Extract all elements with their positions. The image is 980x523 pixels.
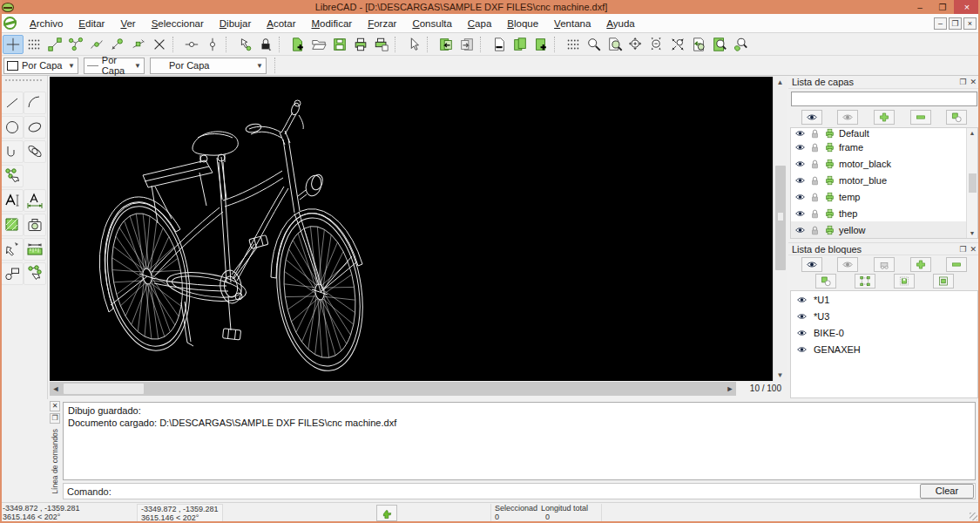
duplicate-drawing-button[interactable] bbox=[510, 35, 531, 54]
show-all-blocks-button[interactable] bbox=[801, 257, 822, 272]
print-icon[interactable] bbox=[824, 175, 835, 186]
print-icon[interactable] bbox=[824, 128, 835, 139]
canvas-horizontal-scrollbar[interactable]: ◄ ► 10 / 100 bbox=[50, 382, 787, 396]
drawing-canvas[interactable] bbox=[50, 77, 773, 381]
open-file-button[interactable] bbox=[308, 35, 329, 54]
canvas-vertical-scrollbar[interactable]: ▲ ▼ bbox=[773, 77, 787, 381]
linetype-combobox[interactable]: Por Capa ▼ bbox=[150, 58, 267, 74]
layer-row-selected[interactable]: yellow bbox=[791, 221, 977, 238]
layer-row[interactable]: Default bbox=[791, 128, 977, 139]
zoom-in-button[interactable] bbox=[625, 35, 646, 54]
mdi-close-button[interactable]: × bbox=[963, 17, 977, 30]
mdi-minimize-button[interactable]: – bbox=[934, 17, 947, 30]
snap-center-button[interactable] bbox=[86, 35, 107, 54]
ellipse-tool-button[interactable] bbox=[24, 116, 46, 139]
menu-modificar[interactable]: Modificar bbox=[303, 16, 360, 31]
block-tool-button[interactable] bbox=[1, 262, 24, 285]
insert-block-button[interactable] bbox=[933, 274, 954, 289]
zoom-page-button[interactable] bbox=[709, 35, 730, 54]
remove-block-button[interactable] bbox=[946, 257, 967, 272]
eye-icon[interactable] bbox=[794, 192, 806, 202]
lock-icon[interactable] bbox=[809, 142, 821, 153]
modify-tool-button[interactable] bbox=[1, 238, 24, 261]
close-button[interactable]: × bbox=[954, 0, 980, 14]
zoom-out-button[interactable] bbox=[646, 35, 667, 54]
print-button[interactable] bbox=[350, 35, 371, 54]
float-dock-icon[interactable]: ❐ bbox=[50, 413, 60, 424]
scroll-thumb[interactable] bbox=[969, 173, 977, 193]
block-row[interactable]: *U1 bbox=[791, 291, 977, 308]
toggle-grid-button[interactable] bbox=[563, 35, 584, 54]
polyline-tool-button[interactable] bbox=[1, 165, 24, 187]
new-file-button[interactable] bbox=[287, 35, 308, 54]
block-row[interactable]: BIKE-0 bbox=[791, 324, 977, 341]
save-block-button[interactable] bbox=[894, 274, 915, 289]
restrict-horizontal-button[interactable] bbox=[181, 35, 202, 54]
select-block-frame-button[interactable] bbox=[855, 274, 875, 289]
layer-row[interactable]: frame bbox=[791, 139, 977, 155]
lock-icon[interactable] bbox=[809, 192, 821, 202]
snap-endpoint-button[interactable] bbox=[44, 35, 65, 54]
create-block-button[interactable] bbox=[874, 257, 895, 272]
command-input[interactable] bbox=[117, 485, 920, 498]
print-icon[interactable] bbox=[824, 159, 835, 169]
eye-icon[interactable] bbox=[794, 142, 806, 153]
lock-icon[interactable] bbox=[809, 128, 821, 139]
rename-block-button[interactable] bbox=[815, 274, 836, 289]
scroll-right-icon[interactable]: ► bbox=[724, 384, 736, 393]
snap-free-button[interactable] bbox=[3, 35, 24, 54]
menu-capa[interactable]: Capa bbox=[460, 16, 500, 31]
block-row[interactable]: *U3 bbox=[791, 308, 977, 324]
zoom-button[interactable] bbox=[584, 35, 605, 54]
zoom-pan-button[interactable] bbox=[730, 35, 751, 54]
remove-layer-button[interactable] bbox=[910, 110, 931, 125]
circle-tool-button[interactable] bbox=[1, 116, 24, 139]
save-button[interactable] bbox=[329, 35, 350, 54]
close-dock-icon[interactable]: ✕ bbox=[50, 401, 60, 411]
snap-grid-button[interactable] bbox=[24, 35, 44, 54]
show-all-layers-button[interactable] bbox=[801, 110, 822, 125]
eye-icon[interactable] bbox=[796, 328, 808, 338]
dimension-tool-button[interactable] bbox=[24, 189, 46, 212]
scroll-up-icon[interactable]: ▲ bbox=[970, 130, 976, 136]
hide-all-blocks-button[interactable] bbox=[837, 257, 858, 272]
float-panel-icon[interactable]: ❐ bbox=[959, 245, 966, 254]
menu-forzar[interactable]: Forzar bbox=[360, 16, 404, 31]
lock-relative-zero-button[interactable] bbox=[255, 35, 276, 54]
maximize-button[interactable]: ❐ bbox=[931, 1, 954, 13]
text-tool-button[interactable] bbox=[1, 189, 24, 212]
linewidth-combobox[interactable]: Por Capa ▼ bbox=[84, 58, 145, 74]
eye-icon[interactable] bbox=[794, 159, 806, 169]
layer-list-scrollbar[interactable]: ▲ ▼ bbox=[966, 128, 977, 238]
menu-consulta[interactable]: Consulta bbox=[404, 16, 459, 31]
hide-all-layers-button[interactable] bbox=[837, 110, 858, 125]
selection-pointer-button[interactable] bbox=[403, 35, 424, 54]
menu-dibujar[interactable]: Dibujar bbox=[212, 16, 259, 31]
zoom-auto-button[interactable] bbox=[667, 35, 688, 54]
lock-icon[interactable] bbox=[809, 208, 821, 219]
image-tool-button[interactable] bbox=[24, 214, 46, 236]
eye-icon[interactable] bbox=[796, 311, 808, 322]
block-row[interactable]: GENAXEH bbox=[791, 341, 977, 357]
grab-mode-button[interactable] bbox=[376, 505, 397, 521]
resize-grip[interactable] bbox=[970, 513, 977, 520]
eye-icon[interactable] bbox=[794, 225, 806, 235]
close-drawing-button[interactable] bbox=[489, 35, 510, 54]
menu-ver[interactable]: Ver bbox=[112, 16, 143, 31]
measure-tool-button[interactable] bbox=[24, 238, 46, 261]
freehand-tool-button[interactable] bbox=[24, 140, 46, 163]
layer-row[interactable]: thep bbox=[791, 205, 977, 221]
hatch-tool-button[interactable] bbox=[1, 214, 24, 236]
restrict-vertical-button[interactable] bbox=[202, 35, 223, 54]
close-panel-icon[interactable]: ✕ bbox=[970, 78, 977, 86]
vscroll-thumb[interactable] bbox=[775, 166, 786, 270]
zoom-previous-button[interactable] bbox=[688, 35, 709, 54]
lock-icon[interactable] bbox=[809, 159, 821, 169]
float-panel-icon[interactable]: ❐ bbox=[959, 78, 966, 86]
menu-ayuda[interactable]: Ayuda bbox=[598, 16, 642, 31]
mdi-restore-button[interactable]: ❐ bbox=[949, 17, 962, 30]
block-edit-tool-button[interactable] bbox=[24, 262, 46, 285]
menu-ventana[interactable]: Ventana bbox=[546, 16, 598, 31]
eye-icon[interactable] bbox=[796, 295, 808, 305]
arc-tool-button[interactable] bbox=[24, 92, 46, 114]
